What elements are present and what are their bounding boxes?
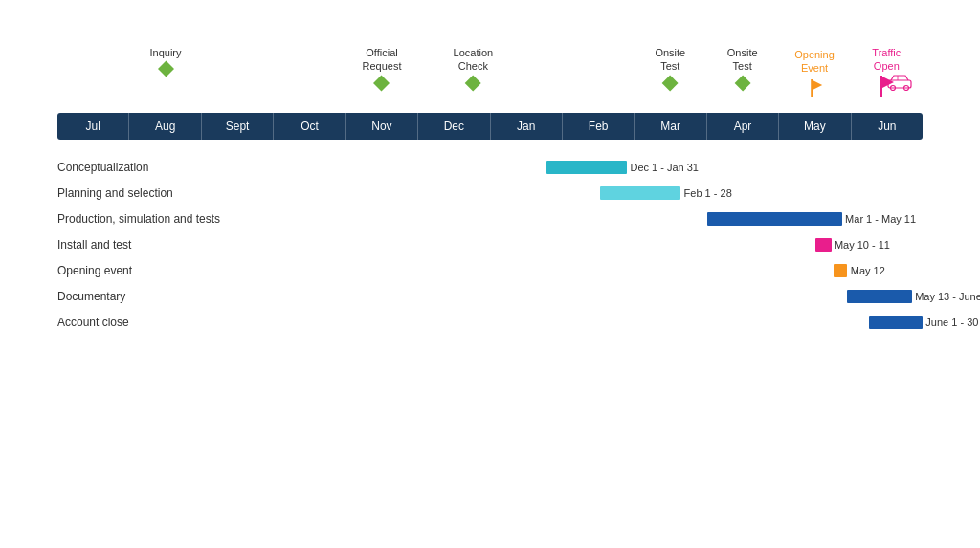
gantt-label: Planning and selection: [57, 186, 278, 200]
event-onsite-test-1: OnsiteTest: [655, 46, 685, 89]
gantt-row: Planning and selectionFeb 1 - 28: [57, 183, 923, 204]
gantt-label: Conceptualization: [57, 161, 278, 174]
gantt-track: June 1 - 30: [278, 316, 923, 329]
svg-rect-0: [888, 80, 911, 88]
gantt-bar: [600, 186, 680, 200]
gantt-date: May 13 - June 5: [915, 290, 980, 303]
gantt-date: May 10 - 11: [835, 238, 890, 252]
gantt-row: Opening eventMay 12: [57, 260, 923, 281]
timeline-wrapper: Inquiry OfficialRequest LocationCheck On…: [57, 46, 923, 140]
month-jun: Jun: [852, 113, 923, 140]
month-feb: Feb: [563, 113, 635, 140]
gantt-bar: [847, 290, 911, 303]
gantt-bar: [815, 238, 832, 252]
gantt-bar: [834, 264, 847, 277]
gantt-label: Opening event: [57, 264, 278, 277]
gantt-row: Production, simulation and testsMar 1 - …: [57, 208, 923, 230]
car-icon: [886, 74, 913, 91]
gantt-label: Install and test: [57, 238, 278, 252]
month-oct: Oct: [274, 113, 345, 140]
month-dec: Dec: [418, 113, 490, 140]
gantt-row: ConceptualizationDec 1 - Jan 31: [57, 157, 923, 178]
month-nov: Nov: [346, 113, 418, 140]
event-location-check: LocationCheck: [454, 46, 494, 89]
month-may: May: [779, 113, 851, 140]
month-apr: Apr: [707, 113, 779, 140]
gantt-chart: ConceptualizationDec 1 - Jan 31Planning …: [57, 157, 923, 333]
gantt-label: Account close: [57, 316, 278, 329]
gantt-date: Feb 1 - 28: [684, 186, 732, 200]
gantt-label: Documentary: [57, 290, 278, 303]
gantt-date: May 12: [851, 264, 885, 277]
month-sept: Sept: [202, 113, 274, 140]
gantt-date: June 1 - 30: [925, 316, 978, 329]
month-jan: Jan: [491, 113, 563, 140]
gantt-bar: [869, 316, 923, 329]
gantt-track: May 10 - 11: [278, 238, 923, 252]
gantt-track: May 12: [278, 264, 923, 277]
gantt-track: May 13 - June 5: [278, 290, 923, 303]
gantt-date: Mar 1 - May 11: [845, 212, 916, 226]
month-jul: Jul: [57, 113, 129, 140]
gantt-track: Dec 1 - Jan 31: [278, 161, 923, 174]
event-opening: OpeningEvent: [794, 48, 835, 97]
gantt-row: Account closeJune 1 - 30: [57, 312, 923, 333]
gantt-bar: [707, 212, 841, 226]
gantt-label: Production, simulation and tests: [57, 212, 278, 226]
months-container: JulAugSeptOctNovDecJanFebMarAprMayJun: [57, 113, 923, 140]
gantt-bar: [546, 161, 627, 174]
gantt-row: DocumentaryMay 13 - June 5: [57, 286, 923, 307]
month-aug: Aug: [129, 113, 201, 140]
timeline-bar: JulAugSeptOctNovDecJanFebMarAprMayJun: [57, 113, 923, 140]
month-mar: Mar: [635, 113, 706, 140]
slide: Inquiry OfficialRequest LocationCheck On…: [0, 0, 980, 548]
gantt-date: Dec 1 - Jan 31: [630, 161, 699, 174]
gantt-track: Mar 1 - May 11: [278, 212, 923, 226]
event-inquiry: Inquiry: [149, 46, 181, 75]
gantt-track: Feb 1 - 28: [278, 186, 923, 200]
gantt-row: Install and testMay 10 - 11: [57, 234, 923, 255]
event-official-request: OfficialRequest: [363, 46, 402, 89]
event-onsite-test-2: OnsiteTest: [727, 46, 758, 89]
event-traffic-open: TrafficOpen: [867, 46, 905, 97]
